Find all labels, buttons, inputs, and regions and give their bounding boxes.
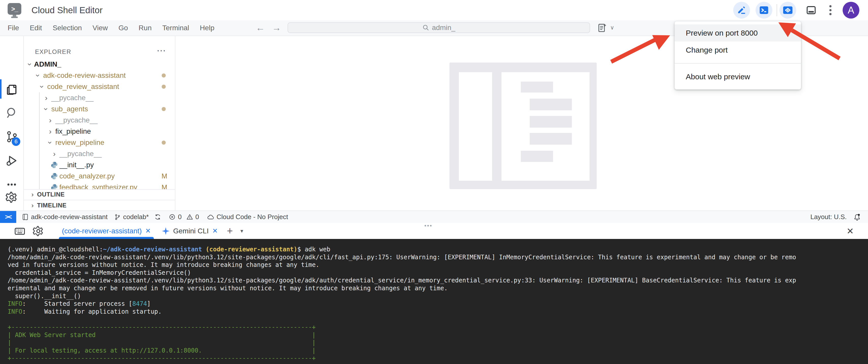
tree-item-fix-pipeline[interactable]: ›fix_pipeline	[24, 126, 175, 137]
placeholder-content	[501, 72, 590, 181]
outline-section[interactable]: › OUTLINE	[24, 189, 175, 199]
chevron-down-icon: ›	[38, 83, 46, 90]
tree-item-pycache[interactable]: ›__pycache__	[24, 115, 175, 126]
layout-doc-icon	[598, 23, 607, 32]
loading-placeholder-illustration	[450, 62, 597, 189]
sidebar-item-run-debug[interactable]	[0, 149, 23, 172]
tree-item-label: fix_pipeline	[55, 127, 91, 136]
active-tab-indicator	[59, 237, 154, 239]
terminal-line: | For local testing, access at http://12…	[8, 347, 868, 355]
terminal-line: (.venv) admin_@cloudshell:~/adk-code-rev…	[8, 246, 868, 253]
warnings-status-item[interactable]: 0	[186, 213, 199, 221]
web-preview-button[interactable]	[779, 2, 796, 19]
chevron-down-icon: ›	[26, 61, 34, 68]
search-view-icon	[5, 107, 18, 119]
tree-item-init-py[interactable]: __init__.py	[24, 159, 175, 171]
page-title: Cloud Shell Editor	[31, 0, 102, 20]
menu-item-preview-on-port-8000[interactable]: Preview on port 8000	[675, 24, 801, 41]
cloud-code-status-item[interactable]: Cloud Code - No Project	[207, 213, 288, 221]
tree-item-label: adk-code-review-assistant	[43, 72, 126, 80]
menu-terminal[interactable]: Terminal	[162, 24, 189, 32]
menu-edit[interactable]: Edit	[30, 24, 42, 32]
history-forward-button[interactable]: →	[272, 20, 281, 35]
edit-pencil-button[interactable]	[733, 2, 750, 19]
workspace-status-item[interactable]: adk-code-review-assistant	[22, 213, 107, 221]
tree-item-sub-agents[interactable]: ›sub_agents	[24, 104, 175, 115]
close-tab-icon[interactable]: ✕	[212, 227, 218, 235]
terminal-dropdown-icon[interactable]: ▾	[240, 228, 243, 234]
sync-icon	[154, 214, 161, 220]
kebab-menu-icon	[829, 5, 832, 16]
modified-dot-badge	[162, 107, 166, 111]
tree-item-feedback-synthesizer-py[interactable]: feedback_synthesizer.pyM	[24, 182, 175, 189]
history-back-button[interactable]: ←	[256, 20, 265, 35]
tree-item-label: __init__.py	[59, 161, 94, 169]
tree-item-pycache[interactable]: ›__pycache__	[24, 92, 175, 104]
more-options-button[interactable]	[822, 2, 839, 19]
terminal-settings-button[interactable]	[32, 225, 44, 237]
toggle-panel-button[interactable]	[803, 2, 819, 19]
new-terminal-button[interactable]: +	[227, 225, 233, 237]
tree-item-label: __pycache__	[55, 116, 98, 124]
tree-item-admin[interactable]: ›ADMIN_	[24, 59, 175, 70]
notifications-bell-icon[interactable]	[853, 213, 861, 221]
sync-status-item[interactable]	[154, 214, 161, 220]
menu-selection[interactable]: Selection	[53, 24, 82, 32]
tree-item-review-pipeline[interactable]: ›review_pipeline	[24, 137, 175, 148]
keyboard-layout-status[interactable]: Layout: U.S.	[810, 213, 847, 221]
sidebar-item-settings[interactable]	[0, 186, 23, 209]
chevron-down-icon: ›	[34, 72, 42, 79]
status-bar: >< adk-code-review-assistant codelab* 0	[0, 211, 868, 223]
tree-item-adk-code-review-assistant[interactable]: ›adk-code-review-assistant	[24, 70, 175, 81]
chevron-right-icon: ›	[29, 191, 36, 198]
timeline-section[interactable]: › TIMELINE	[24, 200, 175, 211]
chevron-down-icon: ›	[46, 139, 55, 146]
menu-run[interactable]: Run	[138, 24, 152, 32]
explorer-more-actions-icon[interactable]: ⋯	[157, 45, 166, 56]
menu-file[interactable]: File	[8, 24, 19, 32]
sidebar-item-source-control[interactable]: 6	[0, 125, 23, 148]
panel-resize-handle[interactable]: •••	[424, 222, 432, 229]
files-icon	[5, 83, 18, 95]
editor-layout-switcher[interactable]: ∨	[598, 23, 616, 32]
terminal-line: INFO: Started server process [8474]	[8, 300, 868, 308]
tree-item-label: feedback_synthesizer.py	[59, 183, 137, 189]
search-input[interactable]: admin_	[287, 22, 590, 33]
chevron-right-icon: ›	[47, 127, 54, 136]
remote-indicator[interactable]: ><	[0, 211, 16, 223]
scm-pending-badge: 6	[12, 137, 20, 146]
chevron-down-icon: ›	[42, 106, 51, 113]
menu-item-about-web-preview[interactable]: About web preview	[675, 68, 801, 85]
menu-view[interactable]: View	[93, 24, 108, 32]
terminal-tab-gemini-cli[interactable]: Gemini CLI ✕	[162, 223, 218, 239]
tree-item-label: code_review_assistant	[47, 83, 119, 91]
sidebar-item-explorer[interactable]	[0, 77, 23, 101]
terminal-line: credential_service = InMemoryCredentialS…	[8, 269, 868, 277]
menu-go[interactable]: Go	[119, 24, 128, 32]
menu-help[interactable]: Help	[200, 24, 214, 32]
notebook-icon	[22, 214, 29, 220]
tree-item-pycache[interactable]: ›__pycache__	[24, 148, 175, 159]
gemini-icon	[162, 227, 169, 235]
tree-item-code-review-assistant[interactable]: ›code_review_assistant	[24, 81, 175, 92]
errors-status-item[interactable]: 0	[169, 213, 182, 221]
menu-items: FileEditSelectionViewGoRunTerminalHelp	[8, 20, 214, 35]
open-terminal-button[interactable]	[755, 2, 772, 19]
keyboard-shortcuts-button[interactable]	[14, 225, 25, 237]
git-modified-badge: M	[162, 172, 167, 180]
user-avatar[interactable]: A	[843, 2, 859, 19]
sidebar-item-search[interactable]	[0, 101, 23, 124]
menu-item-change-port[interactable]: Change port	[675, 41, 801, 58]
web-preview-icon	[782, 5, 794, 16]
close-panel-button[interactable]: ✕	[847, 226, 854, 236]
git-branch-status-item[interactable]: codelab*	[114, 213, 149, 221]
terminal-tab-code-reviewer-assistant[interactable]: (code-reviewer-assistant) ✕	[62, 223, 151, 239]
close-tab-icon[interactable]: ✕	[145, 227, 151, 235]
tree-item-code-analyzer-py[interactable]: code_analyzer.pyM	[24, 171, 175, 182]
terminal-line: | |	[8, 339, 868, 347]
terminal-output[interactable]: (.venv) admin_@cloudshell:~/adk-code-rev…	[0, 239, 868, 364]
error-icon	[169, 214, 176, 220]
indent-guide	[39, 92, 40, 189]
tree-item-label: sub_agents	[51, 105, 88, 113]
cloud-shell-logo-icon: >_	[8, 3, 21, 17]
